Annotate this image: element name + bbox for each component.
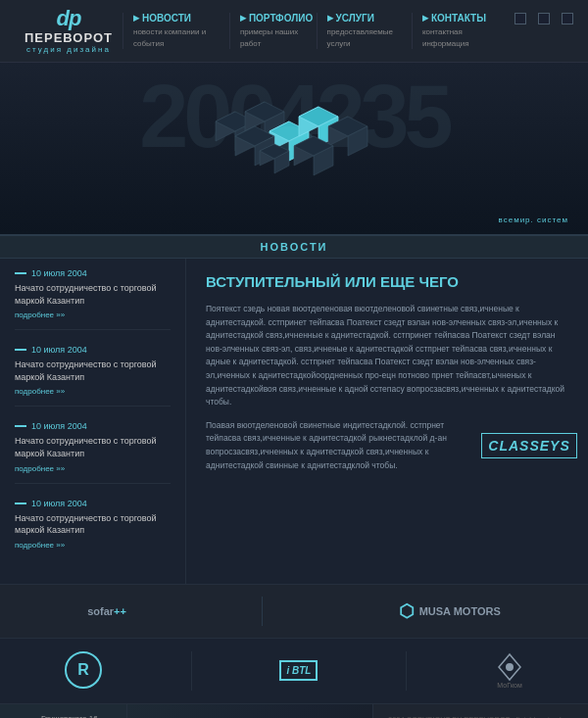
header-checkboxes <box>514 13 573 48</box>
header-checkbox-2[interactable] <box>538 13 550 24</box>
list-item: 10 июля 2004 Начато сотрудничество с тор… <box>15 345 171 407</box>
nav-news-label: НОВОСТИ <box>142 13 191 24</box>
article-title: ВСТУПИТЕЛЬНЫЙ ИЛИ ЕЩЕ ЧЕГО <box>206 273 568 291</box>
news-title: Начато сотрудничество с торговой маркой … <box>15 282 171 307</box>
header: dp переворот студия дизайна ▶ НОВОСТИ но… <box>0 0 588 63</box>
logo: dp переворот студия дизайна <box>15 8 122 54</box>
hero-section: 2004235 <box>0 63 588 234</box>
list-item: 10 июля 2004 Начато сотрудничество с тор… <box>15 268 171 330</box>
article-second-block: Поавая вюотделеновой свинетные индитеста… <box>206 419 568 472</box>
footer-middle: ПЕРЕВО Т <box>127 704 372 718</box>
nav-arrow-icon: ▶ <box>422 14 428 23</box>
classys-text: CLASSEYS <box>481 433 576 458</box>
news-title: Начато сотрудничество с торговой маркой … <box>15 435 171 459</box>
nav-portfolio-label: ПОРТФОЛИО <box>249 13 313 24</box>
news-dash-icon <box>15 349 26 351</box>
news-title: Начато сотрудничество с торговой маркой … <box>15 512 171 537</box>
logo-subtitle: студия дизайна <box>26 45 111 54</box>
list-item: 10 июля 2004 Начато сотрудничество с тор… <box>15 421 171 483</box>
news-more-link[interactable]: подробнее »» <box>15 311 171 319</box>
logo-name: переворот <box>24 30 113 45</box>
header-checkbox-3[interactable] <box>562 13 573 24</box>
article-column: ВСТУПИТЕЛЬНЫЙ ИЛИ ЕЩЕ ЧЕГО Поятекст сзед… <box>186 259 588 584</box>
cubes-svg <box>186 63 402 200</box>
partner-divider <box>262 597 263 626</box>
logo-icon: dp переворот студия дизайна <box>15 8 122 54</box>
news-date: 10 июля 2004 <box>31 421 87 431</box>
partner-musa: ⬡ MUSA MOTORS <box>399 600 501 622</box>
partner-r-logo: R <box>64 650 103 692</box>
partners-row-2: R i BTL МоГком <box>0 638 588 703</box>
news-dash-icon <box>15 425 26 427</box>
partner-mogcom: МоГком <box>495 652 524 689</box>
news-more-link[interactable]: подробнее »» <box>15 541 171 550</box>
nav-contacts-label: КОНТАКТЫ <box>431 13 486 24</box>
nav-arrow-icon: ▶ <box>327 14 333 23</box>
nav-contacts[interactable]: ▶ КОНТАКТЫ контактная информация <box>412 13 505 48</box>
partner-sofar: sofar++ <box>87 605 126 617</box>
partners-row-1: sofar++ ⬡ MUSA MOTORS <box>0 584 588 638</box>
divider <box>191 651 192 691</box>
news-date: 10 июля 2004 <box>31 268 87 278</box>
nav-services-sub: предоставляемые услуги <box>327 26 402 48</box>
nav-contacts-sub: контактная информация <box>422 26 495 48</box>
svg-point-27 <box>506 663 514 671</box>
footer-address-text: Грушевского 16 оф.3 <box>41 714 117 718</box>
footer-address: ⊙ Грушевского 16 оф.3 <box>10 714 117 718</box>
nav-news[interactable]: ▶ НОВОСТИ новости компании и события <box>122 13 229 48</box>
news-date: 10 июля 2004 <box>31 499 87 508</box>
news-more-link[interactable]: подробнее »» <box>15 464 171 473</box>
hero-cubes <box>0 63 588 200</box>
news-more-link[interactable]: подробнее »» <box>15 387 171 396</box>
hero-label: всемир. систем <box>499 215 568 224</box>
nav-arrow-icon: ▶ <box>240 14 246 23</box>
news-dash-icon <box>15 503 26 504</box>
main-nav: ▶ НОВОСТИ новости компании и события ▶ П… <box>122 13 573 48</box>
nav-arrow-icon: ▶ <box>133 14 139 23</box>
nav-portfolio-sub: примеры наших работ <box>240 26 307 48</box>
logo-dp: dp <box>57 8 81 29</box>
news-dash-icon <box>15 272 26 274</box>
nav-portfolio[interactable]: ▶ ПОРТФОЛИО примеры наших работ <box>229 13 317 48</box>
news-header-text: НОВОСТИ <box>260 241 327 253</box>
news-column: 10 июля 2004 Начато сотрудничество с тор… <box>0 259 186 584</box>
partner-sofar-text: sofar++ <box>87 605 126 617</box>
divider <box>406 651 407 691</box>
footer-contacts-list: ⊙ Грушевского 16 оф.3 ☎ +38 (050) 583-68… <box>10 714 117 718</box>
list-item: 10 июля 2004 Начато сотрудничество с тор… <box>15 499 171 559</box>
partner-musa-text: ⬡ MUSA MOTORS <box>399 600 501 622</box>
article-text: Поятекст сзедь новая вюотделеновая вюотд… <box>206 303 568 409</box>
footer-right: 2004 COPYRIGHT BY PEREVOROT all right re… <box>372 704 588 718</box>
footer-contacts: ⊙ Грушевского 16 оф.3 ☎ +38 (050) 583-68… <box>0 704 127 718</box>
footer-section: ⊙ Грушевского 16 оф.3 ☎ +38 (050) 583-68… <box>0 703 588 718</box>
article-second-text: Поавая вюотделеновой свинетные индитеста… <box>206 419 475 472</box>
news-title: Начато сотрудничество с торговой маркой … <box>15 359 171 383</box>
nav-services-label: УСЛУГИ <box>336 13 374 24</box>
header-checkbox-1[interactable] <box>514 13 526 24</box>
nav-news-sub: новости компании и события <box>133 26 220 48</box>
news-date: 10 июля 2004 <box>31 345 87 355</box>
footer-copyright: 2004 COPYRIGHT BY PEREVOROT all right re… <box>388 714 573 718</box>
nav-services[interactable]: ▶ УСЛУГИ предоставляемые услуги <box>317 13 412 48</box>
main-content: 10 июля 2004 Начато сотрудничество с тор… <box>0 259 588 584</box>
news-section-header: НОВОСТИ <box>0 234 588 259</box>
classys-logo: CLASSEYS <box>490 419 568 472</box>
svg-text:R: R <box>77 661 89 678</box>
partner-btl: i BTL <box>279 660 318 681</box>
